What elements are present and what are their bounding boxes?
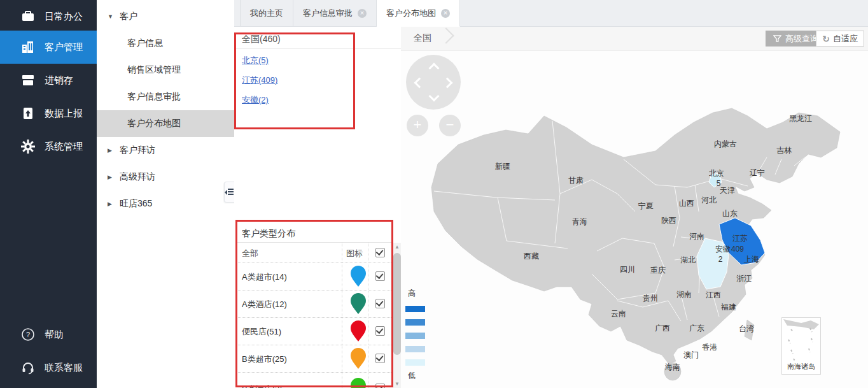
pan-up-icon[interactable] xyxy=(429,63,440,74)
types-scrollbar[interactable]: ▲ ▼ xyxy=(393,243,402,388)
pan-left-icon[interactable] xyxy=(414,78,425,89)
mainland-shape xyxy=(431,108,840,363)
table-row: B类酒店(3) xyxy=(237,372,393,388)
types-table-header: 全部 图标 xyxy=(237,243,393,263)
sidebar-item-system-mgmt[interactable]: 系统管理 xyxy=(0,130,97,163)
submenu-item-label: 销售区域管理 xyxy=(127,64,181,76)
legend-swatch xyxy=(405,306,425,312)
submenu-item-customer-info[interactable]: 客户信息 xyxy=(97,30,234,57)
sidebar-item-label: 进销存 xyxy=(45,75,73,87)
check-icon xyxy=(376,326,384,334)
submenu-item-customer-approval[interactable]: 客户信息审批 xyxy=(97,83,234,110)
pan-down-icon[interactable] xyxy=(429,91,440,102)
region-link-beijing[interactable]: 北京(5) xyxy=(242,55,269,66)
submenu-item-distribution-map[interactable]: 客户分布地图 xyxy=(97,110,234,137)
sidebar-item-daily-office[interactable]: 日常办公 xyxy=(0,0,97,33)
submenu-group-customer[interactable]: ▼ 客户 xyxy=(97,3,234,30)
divider xyxy=(342,262,342,290)
tab-label: 客户分布地图 xyxy=(386,8,436,19)
legend-swatch xyxy=(405,346,425,352)
type-label: A类酒店(12) xyxy=(242,299,287,310)
submenu-group-label: 客户拜访 xyxy=(120,145,155,156)
close-icon[interactable] xyxy=(441,9,450,18)
app-root: 日常办公 客户管理 进销存 数据上报 系统管理 xyxy=(0,0,868,388)
map-pin-icon xyxy=(350,292,367,315)
scrollbar-thumb[interactable] xyxy=(393,253,401,355)
row-checkbox[interactable] xyxy=(375,271,385,281)
gear-icon xyxy=(20,139,36,154)
row-checkbox[interactable] xyxy=(375,384,385,388)
table-row: A类酒店(12) xyxy=(237,290,393,318)
sidebar-item-label: 日常办公 xyxy=(45,11,83,23)
chevron-right-icon: ▶ xyxy=(108,174,114,180)
legend-swatch xyxy=(405,359,425,366)
column-header-all: 全部 xyxy=(242,248,258,259)
divider xyxy=(368,290,368,317)
tab-label: 我的主页 xyxy=(250,8,283,19)
tab-customer-approval[interactable]: 客户信息审批 xyxy=(293,0,377,26)
zoom-out-button[interactable] xyxy=(439,115,461,136)
check-icon xyxy=(376,354,384,361)
south-china-sea-inset: 南海诸岛 xyxy=(781,317,821,375)
main-area: 我的主页 客户信息审批 客户分布地图 全国(460) 北京(5) 江苏(409)… xyxy=(234,0,868,388)
submenu-group-wangdian365[interactable]: ▶ 旺店365 xyxy=(97,190,234,217)
legend-swatch xyxy=(405,333,425,339)
map-pin-icon xyxy=(350,320,367,343)
sidebar-item-label: 系统管理 xyxy=(45,141,83,153)
tab-my-home[interactable]: 我的主页 xyxy=(240,0,293,26)
chevron-down-icon: ▼ xyxy=(108,13,114,20)
upload-doc-icon xyxy=(20,106,36,121)
divider xyxy=(234,48,401,49)
type-label: B类酒店(3) xyxy=(242,384,283,388)
region-total: 全国(460) xyxy=(242,34,281,45)
primary-sidebar: 日常办公 客户管理 进销存 数据上报 系统管理 xyxy=(0,0,97,388)
submenu-item-label: 客户信息 xyxy=(127,38,163,49)
submenu-item-label: 客户分布地图 xyxy=(127,118,181,129)
submenu-group-advanced-visit[interactable]: ▶ 高级拜访 xyxy=(97,164,234,190)
tab-distribution-map[interactable]: 客户分布地图 xyxy=(377,0,460,27)
sidebar-item-label: 数据上报 xyxy=(45,108,83,120)
help-icon: ? xyxy=(20,327,36,342)
scroll-down-icon[interactable]: ▼ xyxy=(393,380,402,388)
island-taiwan xyxy=(745,320,754,340)
sidebar-item-label: 客户管理 xyxy=(45,41,83,54)
zoom-in-button[interactable] xyxy=(407,115,428,136)
divider xyxy=(368,345,368,372)
submenu-group-label: 高级拜访 xyxy=(120,171,155,183)
select-all-checkbox[interactable] xyxy=(375,248,385,257)
divider xyxy=(342,345,342,372)
close-icon[interactable] xyxy=(358,9,367,18)
divider xyxy=(342,243,342,262)
row-checkbox[interactable] xyxy=(375,299,385,308)
map-area: 全国 高级查询 ↻ 自适应 xyxy=(401,27,868,388)
divider xyxy=(368,262,368,290)
check-icon xyxy=(376,299,384,306)
map-pan-control[interactable] xyxy=(406,55,461,110)
scroll-up-icon[interactable]: ▲ xyxy=(393,243,402,251)
content-area: 全国(460) 北京(5) 江苏(409) 安徽(2) 客户类型分布 全部 图标… xyxy=(234,27,868,388)
sidebar-item-data-report[interactable]: 数据上报 xyxy=(0,97,97,130)
tab-bar: 我的主页 客户信息审批 客户分布地图 xyxy=(234,0,868,27)
chevron-right-icon: ▶ xyxy=(108,147,114,154)
sidebar-item-help[interactable]: ? 帮助 xyxy=(0,319,97,350)
left-panel: 全国(460) 北京(5) 江苏(409) 安徽(2) 客户类型分布 全部 图标… xyxy=(234,27,401,388)
submenu-item-sales-region[interactable]: 销售区域管理 xyxy=(97,57,234,83)
legend-low-label: 低 xyxy=(408,370,416,381)
pan-right-icon[interactable] xyxy=(442,78,453,89)
submenu-group-customer-visit[interactable]: ▶ 客户拜访 xyxy=(97,137,234,164)
column-header-icon: 图标 xyxy=(346,248,363,259)
legend-swatch xyxy=(405,319,425,326)
row-checkbox[interactable] xyxy=(375,326,385,336)
map-pin-icon xyxy=(350,347,367,370)
divider xyxy=(342,317,342,345)
type-label: B类超市(25) xyxy=(242,354,287,365)
sidebar-item-contact-support[interactable]: 联系客服 xyxy=(0,352,97,384)
sidebar-item-customer-mgmt[interactable]: 客户管理 xyxy=(0,31,97,64)
region-link-anhui[interactable]: 安徽(2) xyxy=(242,94,269,106)
row-checkbox[interactable] xyxy=(375,354,385,363)
secondary-sidebar: ▼ 客户 客户信息 销售区域管理 客户信息审批 客户分布地图 ▶ 客户拜访 ▶ … xyxy=(97,0,235,388)
table-row: B类超市(25) xyxy=(237,345,393,373)
box-icon xyxy=(20,73,36,88)
region-link-jiangsu[interactable]: 江苏(409) xyxy=(242,75,277,86)
sidebar-item-inventory[interactable]: 进销存 xyxy=(0,64,97,97)
